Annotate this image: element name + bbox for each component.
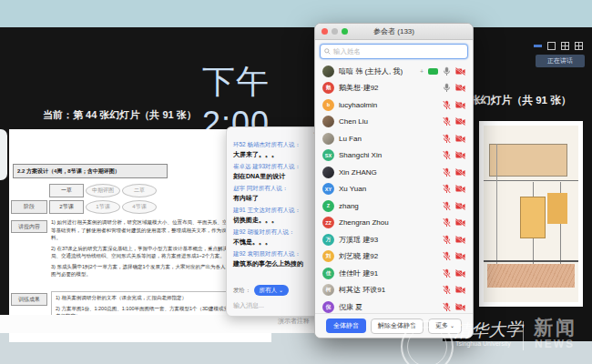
camera-off-icon[interactable] [455, 269, 465, 278]
camera-off-icon[interactable] [455, 252, 465, 260]
camera-off-icon[interactable] [455, 151, 465, 159]
chat-sender: 环52 杨靖杰对所有人说： [233, 141, 323, 149]
mic-off-icon[interactable] [443, 201, 451, 211]
mic-off-icon[interactable] [443, 116, 451, 126]
camera-off-icon[interactable] [455, 84, 465, 92]
chat-text: 建筑系的事怎么上热搜的 [233, 259, 323, 268]
mic-off-icon[interactable] [443, 268, 451, 278]
more-button[interactable]: 更多 ⌄ [428, 318, 462, 334]
camera-off-icon[interactable] [455, 286, 465, 294]
chat-text: 切换图走。。。 [233, 216, 323, 225]
mic-off-icon[interactable] [443, 251, 451, 261]
participant-name: 佳佳叶 建91 [339, 268, 438, 278]
panel-titlebar[interactable]: 参会者 (133) [315, 24, 473, 40]
participant-name: 嘻嘻 韩 (主持人, 我) [339, 66, 415, 76]
mic-off-icon[interactable] [443, 217, 451, 228]
participant-row[interactable]: Xin ZHANG [315, 164, 473, 181]
slide-box-midterm: 中期评图 [86, 184, 120, 197]
avatar: 倪 [322, 301, 334, 313]
watermark-en: Tsinghua University [455, 340, 511, 347]
avatar: 佳 [322, 268, 334, 279]
chat-message: 环52 杨靖杰对所有人说：大屏来了。。。 [233, 141, 323, 159]
mic-off-icon[interactable] [443, 134, 451, 144]
slide-counter-right: 张幻灯片（共 91 张） [470, 94, 571, 107]
camera-off-icon[interactable] [455, 218, 465, 227]
mic-off-icon[interactable] [443, 150, 451, 160]
minimize-icon[interactable] [534, 45, 542, 47]
participant-row[interactable]: 万万溪瑶 建93 [315, 231, 473, 248]
more-button-label: 更多 [435, 321, 448, 330]
slide-box-4lessons: 4节课 [122, 200, 157, 214]
camera-off-icon[interactable] [455, 185, 465, 193]
participant-name: 倪康 夏 [339, 302, 438, 312]
mic-off-icon[interactable] [443, 167, 451, 177]
send-to-value: 所有人 [260, 287, 278, 295]
slide-section-title: 2.2 方案设计（4周，8节课；含中期评图） [13, 164, 168, 178]
camera-off-icon[interactable] [455, 236, 465, 244]
slide-label-stage: 阶段 [11, 200, 47, 214]
mic-off-icon[interactable] [443, 285, 451, 295]
avatar [322, 116, 334, 127]
zoom-button[interactable] [342, 28, 348, 35]
mic-off-icon[interactable] [443, 100, 451, 110]
participant-name: 万溪瑶 建93 [339, 235, 438, 245]
camera-off-icon[interactable] [455, 67, 465, 76]
participant-row[interactable]: Zzhang [315, 197, 473, 215]
chat-input[interactable]: 输入消息... [233, 301, 323, 310]
window-icon[interactable] [547, 42, 556, 50]
participant-row[interactable]: 嘻嘻 韩 (主持人, 我)+ [315, 63, 473, 80]
avatar [322, 66, 334, 77]
mic-off-icon[interactable] [443, 184, 451, 194]
window-controls[interactable] [534, 42, 583, 50]
mic-icon[interactable] [443, 83, 451, 93]
presenter-notes-label: 演示者注释 [278, 317, 310, 326]
architectural-sketch-image [484, 126, 578, 302]
close-button[interactable] [322, 28, 328, 35]
slide-box-1lesson: 1节课 [86, 200, 120, 214]
camera-off-icon[interactable] [455, 303, 465, 311]
participant-row[interactable]: blucyhaolmin [315, 96, 473, 114]
avatar: Z [322, 200, 334, 212]
chat-message: 建91 王文达对所有人说：切换图走。。。 [233, 207, 323, 225]
camera-off-icon[interactable] [455, 101, 465, 109]
search-input[interactable]: 输入姓名 [320, 44, 468, 59]
mute-all-button[interactable]: 全体静音 [326, 318, 366, 333]
participant-name: Zhengran Zhou [339, 218, 438, 227]
chevron-down-icon: ⌄ [279, 288, 283, 293]
participant-row[interactable]: 柯柯其达 环设91 [315, 282, 473, 299]
camera-off-icon[interactable] [455, 117, 465, 126]
send-to-selector[interactable]: 所有人 ⌄ [254, 285, 290, 296]
camera-off-icon[interactable] [455, 168, 465, 177]
avatar [322, 167, 334, 178]
participant-row[interactable]: 鹅鹅美想·建92 [315, 80, 473, 97]
unmute-all-button[interactable]: 解除全体静音 [371, 318, 424, 334]
camera-off-icon[interactable] [455, 202, 465, 210]
participant-row[interactable]: Lu Fan [315, 130, 473, 147]
camera-off-icon[interactable] [455, 135, 465, 143]
presenter-notes-bar: 演示者注释 [0, 315, 317, 333]
participant-name: Chen Liu [339, 117, 438, 126]
mic-icon[interactable] [443, 66, 451, 76]
participant-name: 鹅美想·建92 [339, 83, 438, 93]
participant-name: zhang [339, 202, 438, 210]
participant-row[interactable]: Chen Liu [315, 114, 473, 131]
speaking-status-badge: 正在讲话 [536, 55, 585, 67]
participant-row[interactable]: 佳佳佳叶 建91 [315, 265, 473, 282]
list-view-icon[interactable] [575, 42, 583, 50]
grid-view-icon[interactable] [561, 42, 569, 50]
mic-off-icon[interactable] [443, 235, 451, 245]
participant-name: 刘艺晓 建92 [339, 251, 438, 261]
connection-badge-icon [428, 68, 438, 75]
participant-row[interactable]: SXShangchi Xin [315, 147, 473, 165]
desktop-background-strip [0, 0, 592, 27]
participant-row[interactable]: XYXu Yuan [315, 181, 473, 198]
chat-sender: 建92 胡璇对所有人说： [233, 228, 323, 237]
avatar: 万 [322, 234, 334, 246]
mic-off-icon[interactable] [443, 302, 451, 312]
participant-row[interactable]: ZZZhengran Zhou [315, 215, 473, 232]
minimize-button[interactable] [332, 28, 338, 35]
slide-box-ercao: 二草 [122, 184, 157, 197]
participant-row[interactable]: 刘刘艺晓 建92 [315, 248, 473, 266]
avatar: 柯 [322, 284, 334, 296]
avatar: ZZ [322, 217, 334, 228]
